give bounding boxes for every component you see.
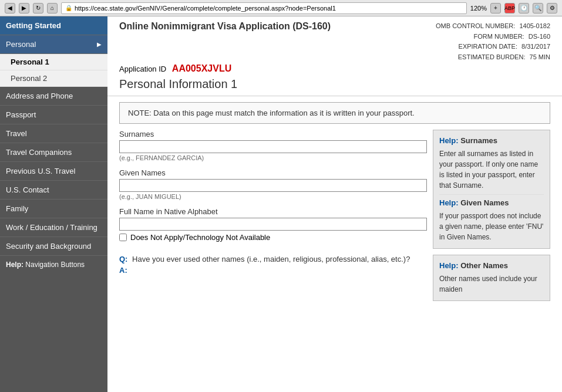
other-names-section: Q: Have you ever used other names (i.e.,… (119, 255, 550, 301)
sidebar-label-security: Security and Background (6, 242, 91, 251)
surnames-input[interactable] (119, 140, 427, 153)
does-not-apply-row: Does Not Apply/Technology Not Available (119, 233, 427, 242)
help-other-title: Help: Other Names (439, 261, 544, 270)
main-content: Online Nonimmigrant Visa Application (DS… (107, 16, 562, 392)
sidebar-label-personal1: Personal 1 (11, 58, 49, 66)
a-prefix: A: (119, 266, 127, 275)
sidebar-label-address: Address and Phone (6, 92, 73, 100)
sidebar-item-personal1[interactable]: Personal 1 (0, 54, 107, 70)
help-other-name: Other Names (460, 261, 508, 270)
form-value: DS-160 (529, 33, 550, 40)
sidebar-label-travel: Travel (6, 129, 27, 138)
given-names-hint: (e.g., JUAN MIGUEL) (119, 193, 427, 200)
sidebar-item-personal2[interactable]: Personal 2 (0, 70, 107, 87)
help-prefix-surnames: Help: (439, 136, 460, 145)
sidebar-label-prev-travel: Previous U.S. Travel (6, 167, 76, 175)
page-title: Personal Information 1 (119, 77, 550, 91)
address-bar[interactable]: 🔒 https://ceac.state.gov/GenNIV/General/… (61, 2, 467, 14)
sidebar-item-travel[interactable]: Travel (0, 124, 107, 143)
sidebar-item-companions[interactable]: Travel Companions (0, 143, 107, 162)
expiry-label: EXPIRATION DATE: (459, 43, 517, 50)
question-text: Have you ever used other names (i.e., ma… (132, 255, 410, 263)
surnames-label: Surnames (119, 130, 427, 138)
burden-value: 75 MIN (530, 53, 550, 60)
help-panel-other-names: Help: Other Names Other names used inclu… (433, 255, 550, 301)
settings-btn[interactable]: ⚙ (547, 3, 557, 13)
omb-value: 1405-0182 (519, 22, 550, 29)
page-header: Online Nonimmigrant Visa Application (DS… (107, 16, 562, 96)
sidebar-label-companions: Travel Companions (6, 148, 72, 157)
q-prefix: Q: (119, 255, 127, 263)
question-left: Q: Have you ever used other names (i.e.,… (119, 255, 427, 301)
surnames-field-group: Surnames (e.g., FERNANDEZ GARCIA) (119, 130, 427, 161)
sidebar-label-work: Work / Education / Training (6, 223, 97, 232)
sidebar: Getting Started Personal ▶ Personal 1 Pe… (0, 16, 107, 392)
help-surnames-name: Surnames (460, 136, 497, 145)
help-given-body: If your passport does not include a give… (439, 211, 544, 242)
help-given-title: Help: Given Names (439, 198, 544, 207)
back-button[interactable]: ◀ (5, 3, 15, 13)
does-not-apply-label: Does Not Apply/Technology Not Available (130, 233, 270, 242)
sidebar-item-passport[interactable]: Passport (0, 106, 107, 124)
help-panel-surnames: Help: Surnames Enter all surnames as lis… (433, 130, 550, 249)
browser-right-controls: 120% + ABP 🕐 🔍 ⚙ (470, 3, 557, 13)
question-label: Q: Have you ever used other names (i.e.,… (119, 255, 427, 263)
form-label: FORM NUMBER: (473, 33, 524, 40)
help-given-name: Given Names (460, 198, 509, 207)
sidebar-item-work[interactable]: Work / Education / Training (0, 218, 107, 237)
app-title: Online Nonimmigrant Visa Application (DS… (119, 21, 331, 32)
url-text: https://ceac.state.gov/GenNIV/General/co… (75, 5, 336, 12)
question-row: Q: Have you ever used other names (i.e.,… (119, 255, 550, 301)
app-id-row: Application ID AA005XJVLU (119, 63, 231, 74)
app-id-value: AA005XJVLU (172, 63, 231, 73)
sidebar-label-us-contact: U.S. Contact (6, 185, 49, 194)
form-fields-left: Surnames (e.g., FERNANDEZ GARCIA) Given … (119, 130, 427, 249)
zoom-level: 120% (470, 5, 487, 12)
burden-label: ESTIMATED BURDEN: (458, 53, 526, 60)
sidebar-item-security[interactable]: Security and Background (0, 237, 107, 256)
answer-row: A: (119, 266, 427, 275)
app-id-label: Application ID (119, 65, 166, 73)
native-alphabet-field-group: Full Name in Native Alphabet Does Not Ap… (119, 207, 427, 242)
sidebar-label-family: Family (6, 204, 28, 213)
sidebar-item-address[interactable]: Address and Phone (0, 87, 107, 106)
omb-label: OMB CONTROL NUMBER: (436, 22, 515, 29)
chevron-right-icon: ▶ (97, 41, 102, 48)
does-not-apply-checkbox[interactable] (119, 234, 127, 241)
sidebar-item-us-contact[interactable]: U.S. Contact (0, 181, 107, 200)
browser-toolbar: ◀ ▶ ↻ ⌂ 🔒 https://ceac.state.gov/GenNIV/… (0, 0, 562, 16)
help-nav-text: Navigation Buttons (25, 261, 85, 269)
note-box: NOTE: Data on this page must match the i… (119, 102, 550, 124)
native-input[interactable] (119, 218, 427, 231)
help-prefix-given: Help: (439, 198, 460, 207)
given-names-input[interactable] (119, 179, 427, 192)
help-prefix: Help: (6, 261, 25, 269)
sidebar-item-personal[interactable]: Personal ▶ (0, 35, 107, 54)
clock-btn[interactable]: 🕐 (519, 3, 529, 13)
adblock-btn[interactable]: ABP (504, 3, 515, 13)
help-surnames-title: Help: Surnames (439, 136, 544, 145)
sidebar-label-getting-started: Getting Started (6, 21, 61, 30)
surnames-hint: (e.g., FERNANDEZ GARCIA) (119, 154, 427, 161)
given-names-field-group: Given Names (e.g., JUAN MIGUEL) (119, 168, 427, 200)
help-prefix-other: Help: (439, 261, 460, 270)
lock-icon: 🔒 (65, 5, 72, 11)
refresh-button[interactable]: ↻ (33, 3, 43, 13)
note-text: NOTE: Data on this page must match the i… (128, 109, 415, 117)
zoom-plus[interactable]: + (490, 3, 501, 13)
surnames-section: Surnames (e.g., FERNANDEZ GARCIA) Given … (119, 130, 550, 249)
sidebar-label-personal: Personal (6, 40, 36, 49)
sidebar-item-prev-travel[interactable]: Previous U.S. Travel (0, 162, 107, 181)
search-btn[interactable]: 🔍 (533, 3, 543, 13)
expiry-value: 8/31/2017 (521, 43, 550, 50)
header-meta: OMB CONTROL NUMBER: 1405-0182 FORM NUMBE… (436, 21, 550, 62)
help-other-body: Other names used include your maiden (439, 273, 544, 295)
sidebar-item-getting-started[interactable]: Getting Started (0, 16, 107, 35)
sidebar-help-nav: Help: Navigation Buttons (0, 256, 107, 273)
forward-button[interactable]: ▶ (19, 3, 29, 13)
sidebar-item-family[interactable]: Family (0, 200, 107, 218)
given-names-label: Given Names (119, 168, 427, 177)
sidebar-label-personal2: Personal 2 (11, 74, 47, 83)
home-button[interactable]: ⌂ (47, 3, 58, 13)
native-label: Full Name in Native Alphabet (119, 207, 427, 216)
